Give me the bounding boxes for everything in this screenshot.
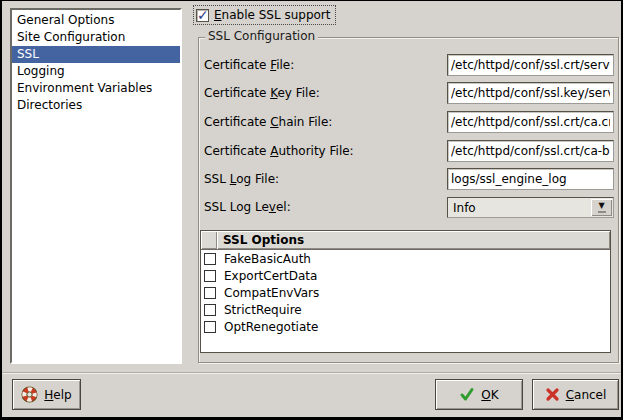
- certificate-chain-file-input[interactable]: [447, 111, 614, 133]
- ssl-log-level-label: SSL Log Level:: [204, 196, 291, 218]
- option-label: FakeBasicAuth: [224, 252, 311, 266]
- ssl-options-column-header[interactable]: SSL Options: [217, 231, 610, 250]
- table-row[interactable]: ExportCertData: [201, 267, 610, 284]
- strictrequire-checkbox[interactable]: [204, 304, 216, 316]
- dropdown-dash: [598, 211, 606, 213]
- ok-button-label: OK: [481, 388, 498, 402]
- category-list: General Options Site Configuration SSL L…: [10, 8, 182, 364]
- table-row[interactable]: StrictRequire: [201, 301, 610, 318]
- chevron-down-icon: ▼: [598, 202, 604, 209]
- sidebar-item-general-options[interactable]: General Options: [12, 12, 180, 29]
- certificate-authority-file-input[interactable]: [447, 140, 614, 162]
- ok-button[interactable]: OK: [435, 379, 523, 410]
- table-row[interactable]: OptRenegotiate: [201, 318, 610, 335]
- bottom-separator: [2, 372, 621, 374]
- option-label: ExportCertData: [224, 269, 317, 283]
- ssl-options-table: SSL Options FakeBasicAuth ExportCertData…: [200, 230, 611, 353]
- optrenegotiate-checkbox[interactable]: [204, 321, 216, 333]
- cancel-button-label: Cancel: [566, 388, 607, 402]
- certificate-file-input[interactable]: [447, 54, 614, 76]
- sidebar-item-ssl[interactable]: SSL: [12, 46, 180, 63]
- certificate-key-file-label: Certificate Key File:: [204, 82, 320, 104]
- certificate-chain-file-label: Certificate Chain File:: [204, 111, 332, 133]
- table-row[interactable]: FakeBasicAuth: [201, 250, 610, 267]
- enable-ssl-checkbox[interactable]: [196, 9, 209, 22]
- option-label: CompatEnvVars: [224, 286, 319, 300]
- lifebuoy-help-icon: [21, 386, 38, 403]
- help-button[interactable]: Help: [12, 379, 81, 410]
- cancel-button[interactable]: Cancel: [532, 379, 619, 410]
- ssl-config-window: General Options Site Configuration SSL L…: [0, 0, 623, 420]
- certificate-authority-file-label: Certificate Authority File:: [204, 140, 354, 162]
- certificate-file-label: Certificate File:: [204, 54, 294, 76]
- sidebar-item-environment-variables[interactable]: Environment Variables: [12, 80, 180, 97]
- sidebar-item-site-configuration[interactable]: Site Configuration: [12, 29, 180, 46]
- frame-title: SSL Configuration: [205, 29, 318, 43]
- x-icon: [545, 387, 560, 402]
- ssl-log-level-dropdown[interactable]: Info ▼: [447, 197, 614, 218]
- option-label: OptRenegotiate: [224, 320, 318, 334]
- help-button-label: Help: [44, 388, 71, 402]
- option-label: StrictRequire: [224, 303, 302, 317]
- ssl-log-file-label: SSL Log File:: [204, 168, 279, 190]
- certificate-key-file-input[interactable]: [447, 82, 614, 104]
- fakebasicauth-checkbox[interactable]: [204, 253, 216, 265]
- sidebar-item-directories[interactable]: Directories: [12, 97, 180, 114]
- sidebar-item-logging[interactable]: Logging: [12, 63, 180, 80]
- dropdown-arrow-button[interactable]: ▼: [591, 199, 612, 216]
- exportcertdata-checkbox[interactable]: [204, 270, 216, 282]
- compatenvvars-checkbox[interactable]: [204, 287, 216, 299]
- ssl-log-file-input[interactable]: [447, 168, 614, 190]
- check-icon: [459, 387, 475, 402]
- ssl-options-header-row: SSL Options: [201, 231, 610, 250]
- checkbox-column-header[interactable]: [201, 231, 217, 250]
- ssl-log-level-value: Info: [448, 201, 591, 215]
- enable-ssl-label: Enable SSL support: [214, 8, 331, 22]
- enable-ssl-checkbox-row[interactable]: Enable SSL support: [194, 6, 335, 24]
- table-row[interactable]: CompatEnvVars: [201, 284, 610, 301]
